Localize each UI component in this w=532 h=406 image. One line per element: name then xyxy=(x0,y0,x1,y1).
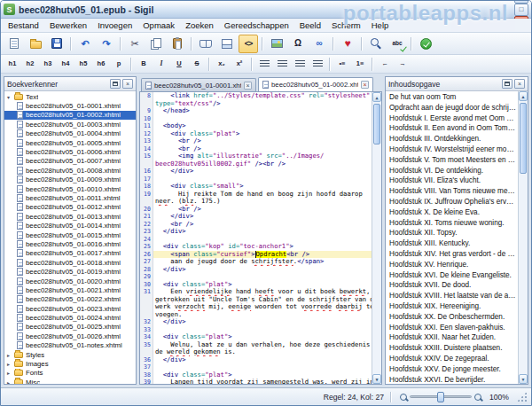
tab-file-1[interactable]: beec028hutv05_01-0002.xhtml× xyxy=(258,77,373,91)
zoom-out-icon[interactable] xyxy=(400,394,407,401)
toc-item[interactable]: Hoofdstuk XXIV. De zegepraal. xyxy=(387,354,516,364)
file-item[interactable]: beec028hutv05_01-0006.xhtml xyxy=(4,147,136,156)
menu-item-beeld[interactable]: Beeld xyxy=(294,20,326,31)
italic-button[interactable]: I xyxy=(153,57,169,72)
file-item[interactable]: beec028hutv05_01-0025.xhtml xyxy=(4,323,136,332)
scroll-up-icon[interactable]: ▲ xyxy=(372,92,381,102)
toc-item[interactable]: Hoofdstuk X. De kleine Eva. xyxy=(387,207,516,218)
insert-special-character-button[interactable]: Ω xyxy=(288,35,308,53)
bullet-list-button[interactable]: •≡ xyxy=(334,57,350,72)
file-item[interactable]: beec028hutv05_01-notes.xhtml xyxy=(4,341,136,350)
menu-item-bewerken[interactable]: Bewerken xyxy=(44,20,92,31)
menu-item-gereedschappen[interactable]: Gereedschappen xyxy=(219,20,294,31)
undo-button[interactable]: ↶ xyxy=(75,35,95,53)
code-editor[interactable]: 8 <link href="../Styles/template.css" re… xyxy=(139,91,382,385)
strikethrough-button[interactable]: S xyxy=(189,57,205,72)
file-item[interactable]: beec028hutv05_01-0013.xhtml xyxy=(4,212,136,221)
file-item[interactable]: beec028hutv05_01-0003.xhtml xyxy=(4,120,136,129)
toc-item[interactable]: Hoofdstuk XV. Henrique. xyxy=(387,260,516,270)
zoom-in-icon[interactable] xyxy=(474,394,481,401)
toc-item[interactable]: Hoofdstuk IV. Worstelstrijd eener moeder… xyxy=(387,144,516,155)
toc-item[interactable]: Opdracht aan de jeugd door de schrijfste… xyxy=(387,103,516,113)
validate-epub-button[interactable] xyxy=(416,35,435,53)
toc-item[interactable]: Hoofdstuk VI. De ontdekking. xyxy=(387,166,516,176)
file-item[interactable]: beec028hutv05_01-0017.xhtml xyxy=(4,249,136,258)
file-item[interactable]: beec028hutv05_01-0002.xhtml xyxy=(4,111,136,120)
toc-item[interactable]: Hoofdstuk II. Een avond in Oom Toms hut. xyxy=(387,123,516,134)
tree-folder-fonts[interactable]: ▸Fonts xyxy=(4,369,136,378)
resize-grip[interactable] xyxy=(516,391,528,402)
tree-folder-misc[interactable]: ▸Misc xyxy=(4,378,136,384)
paragraph-button[interactable]: p xyxy=(111,57,127,72)
toc-item[interactable]: Hoofdstuk VIII. Van Toms nieuwe meester. xyxy=(387,186,516,197)
maximize-button[interactable]: □ xyxy=(514,4,528,16)
spellcheck-button[interactable]: abc xyxy=(387,35,407,53)
heading-1-button[interactable]: h1 xyxy=(4,57,20,72)
align-justify-button[interactable] xyxy=(309,57,325,72)
toc-item[interactable]: Hoofdstuk XXV. De jonge meester. xyxy=(387,364,516,375)
zoom-slider[interactable] xyxy=(410,395,472,398)
align-left-button[interactable] xyxy=(256,57,272,72)
zoom-slider-thumb[interactable] xyxy=(437,392,444,402)
bold-button[interactable]: B xyxy=(136,57,152,72)
file-item[interactable]: beec028hutv05_01-0022.xhtml xyxy=(4,295,136,304)
toc-scroll-thumb[interactable] xyxy=(520,103,527,174)
copy-button[interactable] xyxy=(146,35,166,53)
find-replace-button[interactable] xyxy=(366,35,386,53)
file-item[interactable]: beec028hutv05_01-0011.xhtml xyxy=(4,193,136,202)
toc-item[interactable]: Hoofdstuk XXIII. Duistere plaatsen. xyxy=(387,343,516,354)
menu-item-opmaak[interactable]: Opmaak xyxy=(137,20,180,31)
toc-item[interactable]: Hoofdstuk XIV. Het gras verdort - de blo… xyxy=(387,249,516,260)
heading-5-button[interactable]: h5 xyxy=(75,57,91,72)
toc-item[interactable]: Hoofdstuk XI. Toms nieuwe woning. xyxy=(387,218,516,229)
file-item[interactable]: beec028hutv05_01-0007.xhtml xyxy=(4,157,136,166)
toc-item[interactable]: Hoofdstuk I. Eerste avond met Oom Tom. xyxy=(387,113,516,124)
cut-button[interactable]: ✂ xyxy=(125,35,145,53)
heading-2-button[interactable]: h2 xyxy=(22,57,38,72)
file-item[interactable]: beec028hutv05_01-0014.xhtml xyxy=(4,221,136,230)
file-item[interactable]: beec028hutv05_01-0021.xhtml xyxy=(4,285,136,294)
decrease-indent-button[interactable]: ← xyxy=(377,57,393,72)
toc-item[interactable]: De hut van oom Tom xyxy=(387,92,516,103)
menu-item-bestand[interactable]: Bestand xyxy=(3,20,44,31)
toc-item[interactable]: Hoofdstuk XXVI. De bevrijder. xyxy=(387,375,516,384)
file-item[interactable]: beec028hutv05_01-0008.xhtml xyxy=(4,166,136,175)
minimize-button[interactable]: – xyxy=(514,0,528,4)
tree-folder-styles[interactable]: ▸Styles xyxy=(4,350,136,359)
toc-item[interactable]: Hoofdstuk VII. Eliza's vlucht. xyxy=(387,176,516,186)
toc-item[interactable]: Hoofdstuk V. Tom moet Meesters en huis v… xyxy=(387,155,516,166)
file-item[interactable]: beec028hutv05_01-0019.xhtml xyxy=(4,267,136,276)
close-panel-button[interactable]: × xyxy=(514,79,525,89)
underline-button[interactable]: U xyxy=(171,57,187,72)
menu-item-invoegen[interactable]: Invoegen xyxy=(92,20,137,31)
editor-scroll-thumb[interactable] xyxy=(373,104,380,144)
toc-item[interactable]: Hoofdstuk XVII. De dood. xyxy=(387,280,516,291)
paste-button[interactable] xyxy=(168,35,187,53)
file-item[interactable]: beec028hutv05_01-0004.xhtml xyxy=(4,129,136,138)
toc-item[interactable]: Hoofdstuk XXI. Een slaven-pakhuis. xyxy=(387,323,516,333)
scroll-up-icon[interactable]: ▲ xyxy=(519,91,528,101)
file-item[interactable]: beec028hutv05_01-0015.xhtml xyxy=(4,230,136,239)
subscript-button[interactable]: x₂ xyxy=(214,57,230,72)
toc-item[interactable]: Hoofdstuk III. Ontdekkingen. xyxy=(387,134,516,144)
donate-button[interactable]: ♥ xyxy=(338,35,357,53)
open-file-button[interactable] xyxy=(26,35,45,53)
file-item[interactable]: beec028hutv05_01-0009.xhtml xyxy=(4,176,136,184)
new-file-button[interactable] xyxy=(4,35,24,53)
toc-item[interactable]: Hoofdstuk XXII. Naar het Zuiden. xyxy=(387,332,516,343)
tab-file-0[interactable]: beec028hutv05_01-0001.xhtml× xyxy=(141,78,256,91)
insert-link-button[interactable]: ∞ xyxy=(309,35,329,53)
toc-item[interactable]: Hoofdstuk XVIII. Het laatste van de aard… xyxy=(387,291,516,301)
toc-scrollbar[interactable]: ▲ ▼ xyxy=(518,91,528,384)
superscript-button[interactable]: x² xyxy=(231,57,247,72)
close-panel-button[interactable]: × xyxy=(122,79,133,89)
toc-item[interactable]: Hoofdstuk XIX. Hereeniging. xyxy=(387,301,516,312)
tab-close-icon[interactable]: × xyxy=(361,81,369,89)
scroll-down-icon[interactable]: ▼ xyxy=(372,374,381,384)
save-button[interactable] xyxy=(47,35,66,53)
file-item[interactable]: beec028hutv05_01-0024.xhtml xyxy=(4,313,136,322)
file-item[interactable]: beec028hutv05_01-0023.xhtml xyxy=(4,304,136,313)
file-item[interactable]: beec028hutv05_01-0010.xhtml xyxy=(4,184,136,193)
file-item[interactable]: beec028hutv05_01-0001.xhtml xyxy=(4,101,136,110)
insert-image-button[interactable] xyxy=(267,35,286,53)
